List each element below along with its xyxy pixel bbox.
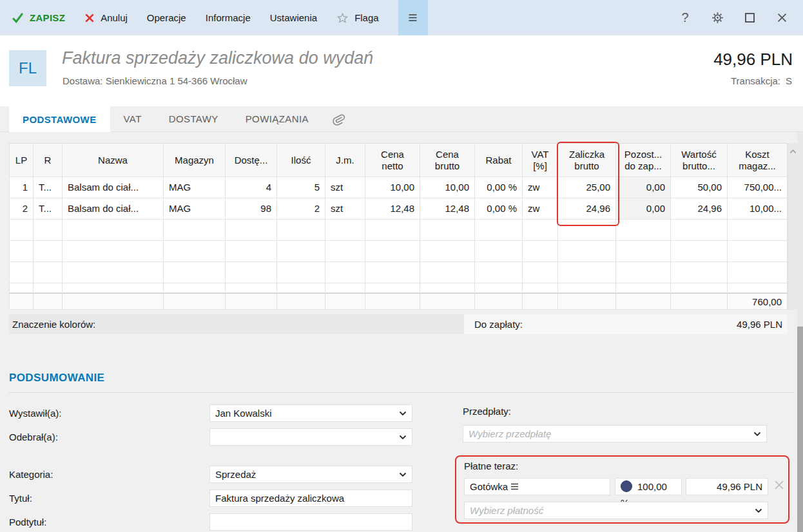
grid-cell[interactable] — [671, 241, 728, 262]
column-header[interactable]: Zaliczka brutto — [558, 143, 616, 177]
grid-cell[interactable]: 1 — [9, 177, 34, 198]
grid-cell[interactable]: 10,00 — [420, 177, 475, 198]
column-header[interactable]: R — [34, 143, 63, 177]
subtitle-input[interactable] — [209, 513, 412, 531]
attachments-button[interactable] — [322, 106, 354, 131]
grid-cell[interactable]: Balsam do ciał... — [63, 177, 164, 198]
grid-cell[interactable] — [226, 262, 277, 283]
column-header[interactable]: Pozost... do zap... — [616, 143, 671, 177]
grid-cell[interactable] — [558, 241, 616, 262]
payment-method-select[interactable]: Gotówka — [464, 478, 610, 495]
grid-cell[interactable] — [523, 262, 558, 283]
column-header[interactable]: Wartość brutto... — [671, 143, 728, 177]
column-header[interactable]: VAT [%] — [523, 143, 558, 177]
category-select[interactable]: Sprzedaż — [209, 466, 412, 483]
menu-informacje[interactable]: Informacje — [206, 12, 251, 23]
grid-cell[interactable] — [277, 241, 325, 262]
column-header[interactable]: Magazyn — [164, 143, 226, 177]
column-header[interactable]: Cena netto — [365, 143, 420, 177]
grid-cell[interactable] — [365, 241, 420, 262]
grid-cell[interactable] — [9, 220, 34, 241]
grid-cell[interactable] — [475, 283, 523, 293]
grid-cell[interactable] — [226, 220, 277, 241]
cancel-button[interactable]: Anuluj — [84, 12, 128, 23]
grid-cell[interactable] — [558, 262, 616, 283]
remove-payment-button[interactable] — [774, 480, 784, 493]
grid-cell[interactable] — [9, 283, 34, 293]
grid-cell[interactable] — [226, 241, 277, 262]
maximize-button[interactable] — [733, 0, 766, 35]
grid-cell[interactable] — [164, 241, 226, 262]
column-header[interactable]: Cena brutto — [420, 143, 475, 177]
save-button[interactable]: ZAPISZ — [12, 12, 65, 23]
column-header[interactable]: Ilość — [277, 143, 325, 177]
grid-cell[interactable] — [277, 220, 325, 241]
grid-cell[interactable]: zw — [523, 177, 558, 198]
grid-cell[interactable]: 98 — [226, 198, 277, 220]
grid-cell[interactable] — [164, 262, 226, 283]
column-header[interactable]: Nazwa — [63, 143, 164, 177]
grid-cell[interactable] — [671, 283, 728, 293]
grid-cell[interactable] — [226, 283, 277, 293]
grid-cell[interactable]: 2 — [277, 198, 325, 220]
tab-powiazania[interactable]: POWIĄZANIA — [232, 106, 322, 131]
grid-cell[interactable]: MAG — [164, 177, 226, 198]
grid-cell[interactable]: 12,48 — [365, 198, 420, 220]
menu-ustawienia[interactable]: Ustawienia — [270, 12, 317, 23]
tab-dostawy[interactable]: DOSTAWY — [155, 106, 232, 131]
grid-cell[interactable]: T... — [34, 198, 63, 220]
close-button[interactable] — [766, 0, 798, 35]
flag-button[interactable]: Flaga — [336, 12, 379, 24]
grid-cell[interactable] — [616, 241, 671, 262]
grid-cell[interactable] — [558, 220, 616, 241]
grid-cell[interactable] — [475, 262, 523, 283]
grid-cell[interactable] — [523, 220, 558, 241]
column-header[interactable]: LP — [9, 143, 34, 177]
grid-cell[interactable] — [63, 283, 164, 293]
grid-cell[interactable] — [34, 262, 63, 283]
grid-cell[interactable]: 5 — [277, 177, 325, 198]
grid-cell[interactable] — [728, 220, 788, 241]
grid-cell[interactable] — [420, 262, 475, 283]
payment-select[interactable]: Wybierz płatność — [464, 502, 768, 519]
grid-cell[interactable]: 24,96 — [558, 198, 616, 220]
column-header[interactable]: Rabat — [475, 143, 523, 177]
grid-cell[interactable] — [523, 241, 558, 262]
grid-cell[interactable] — [34, 220, 63, 241]
tab-podstawowe[interactable]: PODSTAWOWE — [9, 106, 110, 132]
grid-cell[interactable]: T... — [34, 177, 63, 198]
grid-cell[interactable] — [420, 220, 475, 241]
grid-scrollbar[interactable] — [788, 143, 797, 310]
payment-amount-field[interactable]: 49,96 PLN — [686, 478, 768, 495]
grid-cell[interactable]: 0,00 — [616, 198, 671, 220]
help-button[interactable]: ? — [669, 0, 701, 35]
grid-cell[interactable] — [34, 283, 63, 293]
grid-cell[interactable]: szt — [325, 177, 365, 198]
grid-cell[interactable] — [63, 241, 164, 262]
title-input[interactable]: Faktura sprzedaży zaliczkowa — [209, 489, 412, 507]
grid-cell[interactable] — [728, 241, 788, 262]
grid-cell[interactable]: 25,00 — [558, 177, 616, 198]
grid-cell[interactable] — [616, 262, 671, 283]
grid-cell[interactable]: Balsam do ciał... — [63, 198, 164, 220]
grid-cell[interactable] — [34, 241, 63, 262]
tab-vat[interactable]: VAT — [110, 106, 155, 131]
grid-cell[interactable] — [558, 283, 616, 293]
grid-cell[interactable]: 0,00 % — [475, 177, 523, 198]
grid-cell[interactable] — [616, 220, 671, 241]
grid-cell[interactable]: MAG — [164, 198, 226, 220]
settings-button[interactable] — [701, 0, 733, 35]
grid-cell[interactable]: 10,00 — [365, 177, 420, 198]
column-header[interactable]: Dostę... — [226, 143, 277, 177]
grid-cell[interactable] — [728, 262, 788, 283]
grid-cell[interactable] — [325, 241, 365, 262]
grid-cell[interactable] — [325, 220, 365, 241]
grid-cell[interactable]: 12,48 — [420, 198, 475, 220]
grid-cell[interactable]: zw — [523, 198, 558, 220]
payment-percent-field[interactable]: 100,00 % — [615, 478, 682, 495]
grid-cell[interactable] — [671, 220, 728, 241]
grid-cell[interactable] — [9, 262, 34, 283]
prepayment-select[interactable]: Wybierz przedpłatę — [463, 425, 767, 442]
grid-cell[interactable] — [164, 220, 226, 241]
grid-cell[interactable] — [365, 262, 420, 283]
